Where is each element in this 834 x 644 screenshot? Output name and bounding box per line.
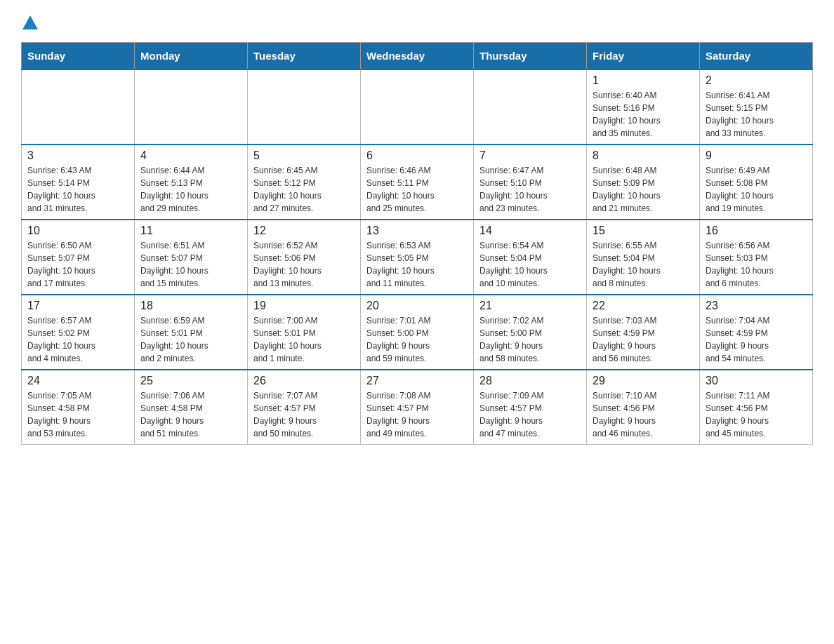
calendar-cell: 6Sunrise: 6:46 AMSunset: 5:11 PMDaylight… [361,145,474,220]
day-info: Sunrise: 6:51 AMSunset: 5:07 PMDaylight:… [140,239,241,290]
calendar-cell: 25Sunrise: 7:06 AMSunset: 4:58 PMDayligh… [135,370,248,445]
day-number: 7 [479,149,581,162]
day-info: Sunrise: 6:49 AMSunset: 5:08 PMDaylight:… [706,164,807,215]
calendar-cell: 21Sunrise: 7:02 AMSunset: 5:00 PMDayligh… [474,295,587,370]
calendar-cell: 14Sunrise: 6:54 AMSunset: 5:04 PMDayligh… [474,220,587,295]
day-info: Sunrise: 6:50 AMSunset: 5:07 PMDaylight:… [27,239,128,290]
calendar-cell: 3Sunrise: 6:43 AMSunset: 5:14 PMDaylight… [22,145,135,220]
calendar-cell: 22Sunrise: 7:03 AMSunset: 4:59 PMDayligh… [587,295,700,370]
day-info: Sunrise: 7:11 AMSunset: 4:56 PMDaylight:… [706,389,807,440]
calendar-cell: 12Sunrise: 6:52 AMSunset: 5:06 PMDayligh… [248,220,361,295]
day-number: 14 [479,224,581,237]
day-number: 10 [27,224,128,237]
calendar-cell: 30Sunrise: 7:11 AMSunset: 4:56 PMDayligh… [700,370,813,445]
day-number: 27 [366,375,468,387]
calendar-week-row: 3Sunrise: 6:43 AMSunset: 5:14 PMDaylight… [22,145,813,220]
day-of-week-header: Saturday [700,43,813,70]
day-info: Sunrise: 6:52 AMSunset: 5:06 PMDaylight:… [253,239,355,290]
day-info: Sunrise: 7:10 AMSunset: 4:56 PMDaylight:… [593,389,694,440]
day-info: Sunrise: 6:44 AMSunset: 5:13 PMDaylight:… [140,164,241,215]
day-info: Sunrise: 7:05 AMSunset: 4:58 PMDaylight:… [27,389,128,440]
day-number: 3 [27,149,128,162]
calendar-cell: 15Sunrise: 6:55 AMSunset: 5:04 PMDayligh… [587,220,700,295]
day-info: Sunrise: 6:43 AMSunset: 5:14 PMDaylight:… [27,164,128,215]
day-number: 22 [593,300,694,312]
calendar-cell: 13Sunrise: 6:53 AMSunset: 5:05 PMDayligh… [361,220,474,295]
calendar-cell: 24Sunrise: 7:05 AMSunset: 4:58 PMDayligh… [22,370,135,445]
day-number: 11 [140,224,241,237]
calendar-table: SundayMondayTuesdayWednesdayThursdayFrid… [21,42,813,445]
calendar-cell: 9Sunrise: 6:49 AMSunset: 5:08 PMDaylight… [700,145,813,220]
day-info: Sunrise: 6:55 AMSunset: 5:04 PMDaylight:… [593,239,694,290]
calendar-cell [22,69,135,145]
calendar-cell: 19Sunrise: 7:00 AMSunset: 5:01 PMDayligh… [248,295,361,370]
day-info: Sunrise: 6:57 AMSunset: 5:02 PMDaylight:… [27,314,128,365]
calendar-cell: 28Sunrise: 7:09 AMSunset: 4:57 PMDayligh… [474,370,587,445]
calendar-week-row: 1Sunrise: 6:40 AMSunset: 5:16 PMDaylight… [22,69,813,145]
calendar-week-row: 10Sunrise: 6:50 AMSunset: 5:07 PMDayligh… [22,220,813,295]
day-number: 2 [706,74,807,87]
logo-triangle-icon [22,15,38,29]
day-number: 25 [140,375,241,387]
day-info: Sunrise: 7:00 AMSunset: 5:01 PMDaylight:… [253,314,355,365]
day-of-week-header: Thursday [474,43,587,70]
calendar-cell: 11Sunrise: 6:51 AMSunset: 5:07 PMDayligh… [135,220,248,295]
day-number: 15 [593,224,694,237]
day-number: 5 [253,149,355,162]
day-number: 1 [593,74,694,87]
day-number: 13 [366,224,468,237]
calendar-cell [248,69,361,145]
day-number: 30 [706,375,807,387]
day-info: Sunrise: 6:54 AMSunset: 5:04 PMDaylight:… [479,239,581,290]
day-number: 4 [140,149,241,162]
page-header [21,14,813,28]
calendar-cell [474,69,587,145]
day-number: 18 [140,300,241,312]
day-info: Sunrise: 6:47 AMSunset: 5:10 PMDaylight:… [479,164,581,215]
day-info: Sunrise: 6:59 AMSunset: 5:01 PMDaylight:… [140,314,241,365]
day-info: Sunrise: 6:45 AMSunset: 5:12 PMDaylight:… [253,164,355,215]
calendar-cell: 27Sunrise: 7:08 AMSunset: 4:57 PMDayligh… [361,370,474,445]
calendar-cell: 16Sunrise: 6:56 AMSunset: 5:03 PMDayligh… [700,220,813,295]
day-info: Sunrise: 7:08 AMSunset: 4:57 PMDaylight:… [366,389,468,440]
day-info: Sunrise: 6:40 AMSunset: 5:16 PMDaylight:… [593,89,694,140]
svg-marker-0 [22,15,38,29]
calendar-cell: 26Sunrise: 7:07 AMSunset: 4:57 PMDayligh… [248,370,361,445]
day-of-week-header: Tuesday [248,43,361,70]
day-info: Sunrise: 7:04 AMSunset: 4:59 PMDaylight:… [706,314,807,365]
day-number: 8 [593,149,694,162]
calendar-cell: 7Sunrise: 6:47 AMSunset: 5:10 PMDaylight… [474,145,587,220]
day-number: 16 [706,224,807,237]
day-of-week-header: Sunday [22,43,135,70]
day-of-week-header: Friday [587,43,700,70]
day-number: 23 [706,300,807,312]
day-number: 29 [593,375,694,387]
day-number: 26 [253,375,355,387]
calendar-cell: 20Sunrise: 7:01 AMSunset: 5:00 PMDayligh… [361,295,474,370]
day-number: 6 [366,149,468,162]
calendar-cell: 5Sunrise: 6:45 AMSunset: 5:12 PMDaylight… [248,145,361,220]
day-info: Sunrise: 6:48 AMSunset: 5:09 PMDaylight:… [593,164,694,215]
day-info: Sunrise: 7:01 AMSunset: 5:00 PMDaylight:… [366,314,468,365]
calendar-cell: 23Sunrise: 7:04 AMSunset: 4:59 PMDayligh… [700,295,813,370]
day-number: 19 [253,300,355,312]
day-info: Sunrise: 7:03 AMSunset: 4:59 PMDaylight:… [593,314,694,365]
day-of-week-header: Monday [135,43,248,70]
calendar-cell [135,69,248,145]
calendar-cell: 1Sunrise: 6:40 AMSunset: 5:16 PMDaylight… [587,69,700,145]
calendar-cell [361,69,474,145]
day-number: 24 [27,375,128,387]
day-number: 20 [366,300,468,312]
day-number: 9 [706,149,807,162]
day-info: Sunrise: 7:02 AMSunset: 5:00 PMDaylight:… [479,314,581,365]
calendar-cell: 2Sunrise: 6:41 AMSunset: 5:15 PMDaylight… [700,69,813,145]
day-info: Sunrise: 7:07 AMSunset: 4:57 PMDaylight:… [253,389,355,440]
day-info: Sunrise: 6:53 AMSunset: 5:05 PMDaylight:… [366,239,468,290]
day-info: Sunrise: 6:46 AMSunset: 5:11 PMDaylight:… [366,164,468,215]
calendar-cell: 4Sunrise: 6:44 AMSunset: 5:13 PMDaylight… [135,145,248,220]
day-of-week-header: Wednesday [361,43,474,70]
day-number: 28 [479,375,581,387]
day-info: Sunrise: 6:56 AMSunset: 5:03 PMDaylight:… [706,239,807,290]
day-number: 21 [479,300,581,312]
day-info: Sunrise: 7:09 AMSunset: 4:57 PMDaylight:… [479,389,581,440]
